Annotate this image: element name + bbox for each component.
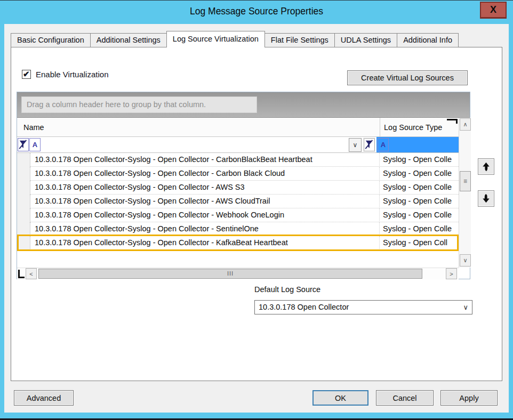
tab-flat-file-settings[interactable]: Flat File Settings xyxy=(264,33,335,47)
table-row[interactable]: 10.3.0.178 Open Collector-Syslog - Open … xyxy=(17,167,459,181)
cell-log-source-type: Syslog - Open Colle xyxy=(380,195,459,208)
combobox-value: 10.3.0.178 Open Collector xyxy=(259,301,349,314)
table-row[interactable]: 10.3.0.178 Open Collector-Syslog - Open … xyxy=(17,208,459,222)
cell-log-source-type: Syslog - Open Colle xyxy=(380,222,459,236)
tab-additional-settings[interactable]: Additional Settings xyxy=(90,33,167,47)
tab-label: Log Source Virtualization xyxy=(173,35,259,43)
cell-log-source-type: Syslog - Open Colle xyxy=(380,208,459,222)
tab-label: UDLA Settings xyxy=(341,36,391,44)
close-button[interactable]: X xyxy=(480,2,507,19)
window-title: Log Message Source Properties xyxy=(0,6,513,17)
table-row[interactable]: 10.3.0.178 Open Collector-Syslog - Open … xyxy=(17,153,459,167)
default-log-source-label: Default Log Source xyxy=(254,285,320,294)
title-bar[interactable]: Log Message Source Properties X xyxy=(0,1,513,24)
chevron-down-icon: ∨ xyxy=(463,301,468,314)
row-selector[interactable] xyxy=(17,153,30,167)
filter-row: A ∨ A xyxy=(17,137,459,153)
log-sources-grid: Drag a column header here to group by th… xyxy=(17,92,470,279)
row-selector[interactable] xyxy=(17,236,30,250)
tab-label: Flat File Settings xyxy=(271,36,328,44)
down-arrow-icon xyxy=(480,192,492,205)
table-row[interactable]: 10.3.0.178 Open Collector-Syslog - Open … xyxy=(17,195,459,208)
tab-label: Additional Info xyxy=(403,36,452,44)
cell-name: 10.3.0.178 Open Collector-Syslog - Open … xyxy=(30,167,380,181)
group-by-hint: Drag a column header here to group by th… xyxy=(21,96,257,113)
filter-dropdown-button[interactable]: ∨ xyxy=(349,138,362,152)
row-selector[interactable] xyxy=(17,195,30,208)
row-selector[interactable] xyxy=(17,208,30,222)
vertical-scrollbar[interactable]: ∧ ≡ ∨ xyxy=(459,118,471,268)
header-corner-mark xyxy=(447,119,458,124)
log-message-source-properties-dialog: Log Message Source Properties X Basic Co… xyxy=(0,0,513,420)
cancel-button[interactable]: Cancel xyxy=(376,390,434,406)
tab-panel-log-source-virtualization: Enable Virtualization Create Virtual Log… xyxy=(11,47,502,381)
dialog-body: Basic ConfigurationAdditional SettingsLo… xyxy=(4,24,509,413)
tab-udla-settings[interactable]: UDLA Settings xyxy=(334,33,397,47)
cell-name: 10.3.0.178 Open Collector-Syslog - Open … xyxy=(30,153,380,167)
scroll-up-button[interactable]: ∧ xyxy=(460,118,471,131)
column-header-name[interactable]: Name xyxy=(23,118,44,137)
cell-name: 10.3.0.178 Open Collector-Syslog - Open … xyxy=(30,236,380,250)
group-by-bar[interactable]: Drag a column header here to group by th… xyxy=(17,92,470,118)
enable-virtualization-label: Enable Virtualization xyxy=(36,70,108,79)
cell-log-source-type: Syslog - Open Colle xyxy=(380,153,459,167)
horizontal-scrollbar[interactable]: < III > xyxy=(17,268,459,279)
filter-funnel-icon[interactable] xyxy=(18,138,29,151)
vertical-scroll-thumb[interactable]: ≡ xyxy=(460,171,471,191)
scroll-down-button[interactable]: ∨ xyxy=(460,254,471,266)
apply-button[interactable]: Apply xyxy=(440,390,498,406)
row-selector[interactable] xyxy=(17,222,30,236)
cell-log-source-type: Syslog - Open Coll xyxy=(380,236,459,250)
cell-name: 10.3.0.178 Open Collector-Syslog - Open … xyxy=(30,222,380,236)
ok-button[interactable]: OK xyxy=(312,390,368,406)
tab-label: Additional Settings xyxy=(97,36,161,44)
cell-name: 10.3.0.178 Open Collector-Syslog - Open … xyxy=(30,208,380,222)
tab-basic-configuration[interactable]: Basic Configuration xyxy=(11,33,91,47)
type-filter-cell-selected[interactable]: A xyxy=(376,137,459,152)
cell-name: 10.3.0.178 Open Collector-Syslog - Open … xyxy=(30,181,380,195)
grid-corner-mark xyxy=(18,270,25,278)
tab-log-source-virtualization[interactable]: Log Source Virtualization xyxy=(166,31,265,47)
move-row-down-button[interactable] xyxy=(478,190,494,207)
text-filter-icon[interactable]: A xyxy=(29,138,41,151)
filter-funnel-icon[interactable] xyxy=(364,138,375,151)
row-selector[interactable] xyxy=(17,167,30,181)
up-arrow-icon xyxy=(480,160,492,173)
table-row[interactable]: 10.3.0.178 Open Collector-Syslog - Open … xyxy=(17,181,459,195)
scroll-right-button[interactable]: > xyxy=(446,268,457,279)
table-row[interactable]: 10.3.0.178 Open Collector-Syslog - Open … xyxy=(17,236,459,250)
cell-log-source-type: Syslog - Open Colle xyxy=(380,181,459,195)
grid-header-row: Name Log Source Type xyxy=(17,118,459,137)
close-icon: X xyxy=(490,4,496,15)
horizontal-scroll-thumb[interactable]: III xyxy=(38,269,422,279)
enable-virtualization-checkbox[interactable] xyxy=(22,70,31,79)
table-row[interactable]: 10.3.0.178 Open Collector-Syslog - Open … xyxy=(17,222,459,236)
create-virtual-log-sources-button[interactable]: Create Virtual Log Sources xyxy=(347,70,468,85)
text-filter-icon: A xyxy=(378,138,389,151)
scroll-left-button[interactable]: < xyxy=(26,268,37,279)
grid-rows: 10.3.0.178 Open Collector-Syslog - Open … xyxy=(17,153,459,250)
move-row-up-button[interactable] xyxy=(478,158,494,175)
default-log-source-combobox[interactable]: 10.3.0.178 Open Collector ∨ xyxy=(254,300,472,314)
tab-bar: Basic ConfigurationAdditional SettingsLo… xyxy=(11,31,458,47)
enable-virtualization-row: Enable Virtualization xyxy=(22,70,108,79)
row-selector[interactable] xyxy=(17,181,30,195)
tab-additional-info[interactable]: Additional Info xyxy=(397,33,459,47)
tab-label: Basic Configuration xyxy=(17,36,84,44)
cell-log-source-type: Syslog - Open Colle xyxy=(380,167,459,181)
advanced-button[interactable]: Advanced xyxy=(14,390,74,406)
cell-name: 10.3.0.178 Open Collector-Syslog - Open … xyxy=(30,195,380,208)
